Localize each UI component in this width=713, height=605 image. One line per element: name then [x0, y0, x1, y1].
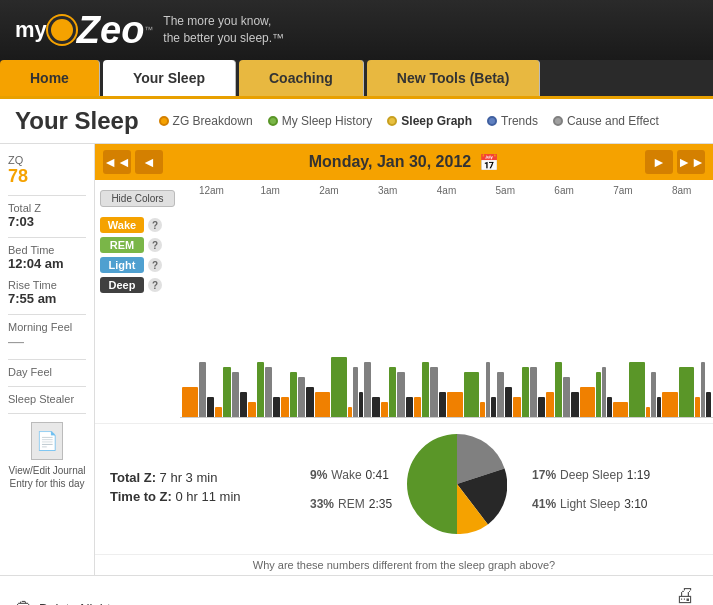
bars-area	[180, 196, 713, 418]
tab-your-sleep[interactable]: Your Sleep	[103, 60, 236, 96]
time-label-8am: 8am	[652, 185, 711, 196]
bar-light	[486, 362, 491, 417]
bed-time-value: 12:04 am	[8, 256, 86, 271]
bar-group	[215, 367, 231, 417]
bar-group	[679, 367, 695, 417]
bar-wake	[447, 392, 463, 417]
sleep-chart: Hide Colors Wake ? REM ? Light ? Deep	[95, 180, 713, 423]
bar-light	[701, 362, 706, 417]
bar-group	[364, 362, 380, 417]
bar-wake	[414, 397, 421, 417]
bar-deep	[505, 387, 512, 417]
pie-labels-left: 9% Wake 0:41 33% REM 2:35	[310, 468, 392, 511]
bar-rem	[464, 372, 480, 417]
bar-light	[232, 372, 239, 417]
bar-light	[430, 367, 437, 417]
pie-labels-right: 17% Deep Sleep 1:19 41% Light Sleep 3:10	[532, 468, 650, 511]
dot-orange	[159, 116, 169, 126]
bar-group	[662, 392, 678, 417]
tab-coaching[interactable]: Coaching	[239, 60, 364, 96]
logo-sun	[51, 19, 73, 41]
footnote: Why are these numbers different from the…	[95, 554, 713, 575]
journal-icon: 📄	[31, 422, 63, 460]
time-to-z-value: 0 hr 11 min	[176, 489, 241, 504]
back-button[interactable]: ◄	[135, 150, 163, 174]
tab-home[interactable]: Home	[0, 60, 100, 96]
wake-help-icon[interactable]: ?	[148, 218, 162, 232]
forward-button[interactable]: ►	[645, 150, 673, 174]
dot-gray	[553, 116, 563, 126]
bed-time-label: Bed Time	[8, 244, 86, 256]
bar-group	[199, 362, 215, 417]
bar-wake	[381, 402, 388, 417]
content-area: ZQ 78 Total Z 7:03 Bed Time 12:04 am Ris…	[0, 144, 713, 575]
bar-rem	[331, 357, 347, 417]
bar-wake	[613, 402, 629, 417]
subnav-cause-effect[interactable]: Cause and Effect	[553, 114, 659, 128]
bar-light	[530, 367, 537, 417]
bar-deep	[491, 397, 496, 417]
dot-yellow	[387, 116, 397, 126]
bar-chart: 12am 1am 2am 3am 4am 5am 6am 7am 8am	[180, 185, 713, 418]
pie-legend-area: 9% Wake 0:41 33% REM 2:35	[310, 434, 698, 544]
legend-rem: REM ?	[100, 237, 175, 253]
bar-group	[281, 372, 297, 417]
bar-deep	[571, 392, 578, 417]
bar-group	[447, 392, 463, 417]
print-button[interactable]: 🖨 Print Beta	[671, 584, 698, 605]
pie-label-wake: 9% Wake 0:41	[310, 468, 392, 482]
bar-rem	[290, 372, 297, 417]
app-header: my Zeo ™ The more you know, the better y…	[0, 0, 713, 60]
bar-group	[182, 387, 198, 417]
delete-button[interactable]: 🗑 Delete Night	[15, 598, 111, 605]
journal-button[interactable]: 📄 View/Edit Journal Entry for this day	[8, 422, 86, 490]
bar-wake	[580, 387, 596, 417]
page-title: Your Sleep	[15, 107, 139, 135]
light-help-icon[interactable]: ?	[148, 258, 162, 272]
nav-tabs: Home Your Sleep Coaching New Tools (Beta…	[0, 60, 713, 99]
bar-group	[414, 362, 430, 417]
dot-green	[268, 116, 278, 126]
bar-deep	[538, 397, 545, 417]
bar-deep	[240, 392, 247, 417]
bar-light	[651, 372, 656, 417]
bar-deep	[706, 392, 711, 417]
bar-group	[381, 367, 397, 417]
time-label-1am: 1am	[241, 185, 300, 196]
tab-new-tools[interactable]: New Tools (Beta)	[367, 60, 541, 96]
subnav-trends[interactable]: Trends	[487, 114, 538, 128]
deep-help-icon[interactable]: ?	[148, 278, 162, 292]
bar-deep	[372, 397, 379, 417]
bar-deep	[359, 392, 364, 417]
calendar-icon[interactable]: 📅	[479, 153, 499, 172]
bar-deep	[306, 387, 313, 417]
badge-rem: REM	[100, 237, 144, 253]
time-label-4am: 4am	[417, 185, 476, 196]
bar-rem	[679, 367, 695, 417]
legend-light: Light ?	[100, 257, 175, 273]
rem-help-icon[interactable]: ?	[148, 238, 162, 252]
pie-label-deep: 17% Deep Sleep 1:19	[532, 468, 650, 482]
bar-light	[602, 367, 607, 417]
time-to-z-label: Time to Z:	[110, 489, 172, 504]
bar-group	[315, 392, 331, 417]
bar-wake	[182, 387, 198, 417]
main-content: Your Sleep ZG Breakdown My Sleep History…	[0, 99, 713, 605]
subnav-sleep-graph[interactable]: Sleep Graph	[387, 114, 472, 128]
bar-rem	[629, 362, 645, 417]
subnav-zg-breakdown[interactable]: ZG Breakdown	[159, 114, 253, 128]
forward-forward-button[interactable]: ►►	[677, 150, 705, 174]
badge-light: Light	[100, 257, 144, 273]
bar-wake	[281, 397, 288, 417]
back-back-button[interactable]: ◄◄	[103, 150, 131, 174]
subnav-my-sleep-history[interactable]: My Sleep History	[268, 114, 373, 128]
print-icon: 🖨	[675, 584, 695, 605]
bar-light	[298, 377, 305, 417]
stats-text: Total Z: 7 hr 3 min Time to Z: 0 hr 11 m…	[110, 470, 290, 508]
time-label-3am: 3am	[358, 185, 417, 196]
bar-deep	[607, 397, 612, 417]
total-z-stat-label: Total Z:	[110, 470, 156, 485]
bar-group	[464, 372, 480, 417]
hide-colors-button[interactable]: Hide Colors	[100, 190, 175, 207]
bar-deep	[657, 397, 662, 417]
